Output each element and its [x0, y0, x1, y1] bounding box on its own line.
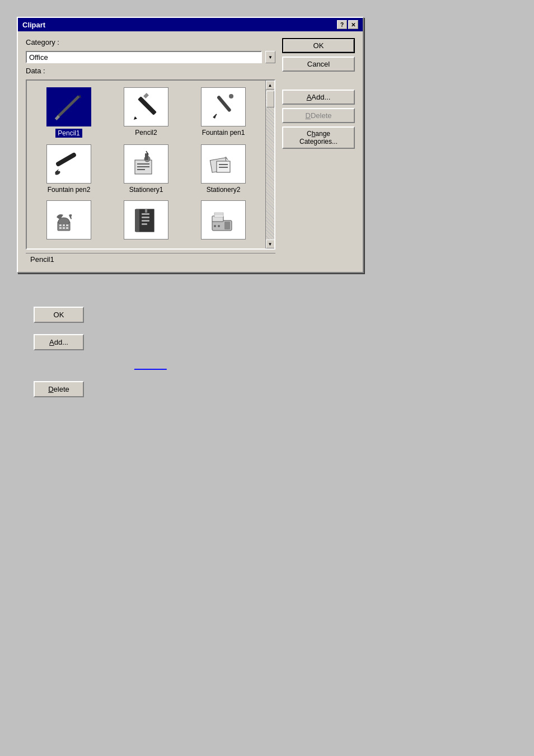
cancel-button[interactable]: Cancel	[282, 57, 355, 72]
category-label: Category :	[26, 38, 275, 46]
scroll-thumb[interactable]	[266, 91, 274, 107]
svg-rect-47	[224, 222, 230, 229]
item-image-stationery2	[201, 144, 246, 184]
svg-rect-31	[59, 227, 62, 229]
svg-rect-22	[217, 161, 230, 172]
svg-rect-37	[142, 213, 149, 215]
svg-point-48	[214, 225, 216, 227]
svg-marker-5	[134, 116, 137, 120]
item-image-fountain-pen2	[46, 144, 91, 184]
svg-rect-39	[142, 220, 149, 222]
scroll-track	[266, 90, 274, 240]
fax-icon	[207, 205, 240, 236]
scroll-down-button[interactable]: ▼	[266, 240, 275, 248]
delete-button[interactable]: DDelete	[282, 108, 355, 123]
item-label-fountain-pen2: Fountain pen2	[48, 186, 91, 194]
standalone-ok-button[interactable]: OK	[34, 307, 84, 323]
item-image-fountain-pen1	[201, 87, 246, 126]
ok-button[interactable]: OK	[282, 38, 355, 53]
item-image-phone	[46, 200, 91, 240]
scroll-up-button[interactable]: ▲	[266, 81, 275, 90]
svg-rect-4	[138, 96, 157, 115]
svg-rect-33	[66, 227, 68, 229]
dialog-titlebar: Clipart ? ✕	[18, 18, 363, 31]
notebook-icon	[129, 205, 163, 236]
item-label-stationery2: Stationery2	[207, 186, 241, 194]
close-button[interactable]: ✕	[348, 20, 358, 29]
svg-rect-40	[142, 223, 147, 225]
svg-marker-1	[79, 95, 81, 98]
grid-item-phone[interactable]	[31, 198, 106, 244]
fountain-pen2-icon	[52, 149, 86, 180]
standalone-buttons-section: OK Add... ________ Delete	[17, 295, 517, 408]
status-bar: Pencil1	[26, 253, 275, 265]
item-label-pencil2: Pencil2	[135, 129, 157, 137]
grid-content: Pencil1 Pencil2	[27, 81, 265, 248]
grid-scrollbar: ▲ ▼	[265, 81, 274, 248]
svg-rect-32	[63, 227, 65, 229]
data-grid: Pencil1 Pencil2	[26, 79, 275, 250]
grid-item-stationery1[interactable]: Stationery1	[109, 142, 184, 196]
item-label-fountain-pen1: Fountain pen1	[202, 129, 245, 137]
category-value: Office	[29, 53, 48, 62]
item-label-pencil1: Pencil1	[55, 129, 82, 138]
phone-icon	[52, 205, 86, 236]
grid-item-fax[interactable]	[186, 198, 261, 244]
svg-rect-41	[145, 209, 147, 213]
grid-item-stationery2[interactable]: Stationery2	[186, 142, 261, 196]
item-image-pencil1	[46, 87, 91, 126]
pencil2-icon	[129, 92, 163, 123]
svg-point-49	[218, 225, 220, 227]
grid-item-pencil1[interactable]: Pencil1	[31, 85, 106, 140]
pencil1-icon	[52, 92, 86, 123]
standalone-add-button[interactable]: Add...	[34, 334, 84, 350]
grid-item-fountain-pen2[interactable]: Fountain pen2	[31, 142, 106, 196]
underline-link[interactable]: ________	[134, 361, 167, 370]
stationery2-icon	[207, 149, 240, 180]
fountain-pen1-icon	[207, 92, 240, 123]
svg-rect-30	[66, 224, 68, 226]
data-label: Data :	[26, 67, 275, 75]
svg-line-0	[58, 96, 79, 117]
dialog-left-column: Category : Office ▼ Data :	[26, 38, 275, 265]
item-image-fax	[201, 200, 246, 240]
dialog-right-column: OK Cancel AAdd... DDelete Change Categor…	[282, 38, 355, 265]
standalone-delete-button[interactable]: Delete	[34, 381, 84, 397]
svg-rect-28	[59, 224, 62, 226]
dialog-title: Clipart	[22, 21, 45, 29]
item-image-notebook	[124, 200, 168, 240]
add-button[interactable]: AAdd...	[282, 90, 355, 105]
svg-rect-11	[55, 152, 77, 167]
svg-rect-36	[135, 209, 139, 232]
category-row: Office ▼	[26, 51, 275, 63]
svg-rect-6	[143, 93, 149, 98]
titlebar-buttons: ? ✕	[337, 20, 358, 29]
svg-rect-7	[217, 95, 232, 112]
svg-point-8	[229, 94, 233, 98]
stationery1-icon	[129, 149, 163, 180]
category-select-field[interactable]: Office	[26, 51, 262, 63]
svg-rect-38	[142, 217, 149, 218]
item-image-pencil2	[124, 87, 168, 126]
grid-item-notebook[interactable]	[109, 198, 184, 244]
grid-item-pencil2[interactable]: Pencil2	[109, 85, 184, 140]
change-categories-button[interactable]: Change Categories...	[282, 126, 355, 149]
item-image-stationery1	[124, 144, 168, 184]
svg-rect-29	[63, 224, 65, 226]
clipart-dialog: Clipart ? ✕ Category : Office ▼ Data :	[17, 17, 364, 273]
help-button[interactable]: ?	[337, 20, 347, 29]
grid-item-fountain-pen1[interactable]: Fountain pen1	[186, 85, 261, 140]
item-label-stationery1: Stationery1	[129, 186, 163, 194]
dialog-body: Category : Office ▼ Data :	[18, 31, 363, 272]
status-text: Pencil1	[30, 255, 54, 264]
category-dropdown-arrow[interactable]: ▼	[265, 51, 275, 63]
